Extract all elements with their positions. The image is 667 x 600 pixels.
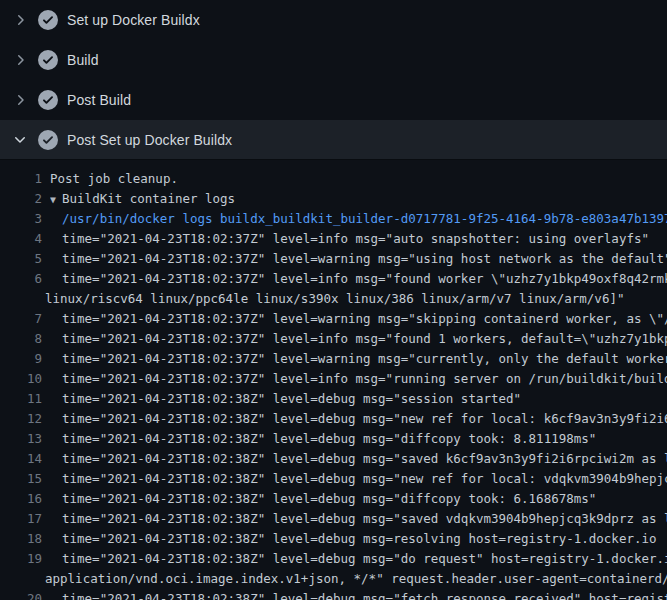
- log-text: time="2021-04-23T18:02:37Z" level=info m…: [62, 269, 667, 289]
- check-circle-icon: [38, 50, 58, 70]
- log-line: 2▼BuildKit container logs: [0, 189, 667, 209]
- log-text: Post job cleanup.: [50, 169, 178, 189]
- step-list: Set up Docker BuildxBuildPost BuildPost …: [0, 0, 667, 160]
- log-line: 4time="2021-04-23T18:02:37Z" level=info …: [0, 229, 667, 249]
- line-number[interactable]: 19: [0, 549, 42, 569]
- step-row[interactable]: Build: [0, 40, 667, 80]
- check-circle-icon: [38, 130, 58, 150]
- line-number[interactable]: 10: [0, 369, 42, 389]
- step-label: Set up Docker Buildx: [67, 12, 200, 28]
- line-number: [0, 569, 42, 589]
- log-text: time="2021-04-23T18:02:37Z" level=info m…: [62, 229, 649, 249]
- log-text: time="2021-04-23T18:02:38Z" level=debug …: [62, 449, 667, 469]
- log-text: time="2021-04-23T18:02:38Z" level=debug …: [62, 389, 521, 409]
- log-line: 10time="2021-04-23T18:02:37Z" level=info…: [0, 369, 667, 389]
- log-line: 16time="2021-04-23T18:02:38Z" level=debu…: [0, 489, 667, 509]
- log-line: application/vnd.oci.image.index.v1+json,…: [0, 569, 667, 589]
- log-line: 18time="2021-04-23T18:02:38Z" level=debu…: [0, 529, 667, 549]
- log-text: time="2021-04-23T18:02:38Z" level=debug …: [62, 549, 667, 569]
- log-text: time="2021-04-23T18:02:37Z" level=info m…: [62, 369, 667, 389]
- log-line: 9time="2021-04-23T18:02:37Z" level=warni…: [0, 349, 667, 369]
- log-line: 11time="2021-04-23T18:02:38Z" level=debu…: [0, 389, 667, 409]
- line-number[interactable]: 1: [0, 169, 42, 189]
- log-group-title: BuildKit container logs: [62, 191, 235, 206]
- chevron-down-icon: [12, 132, 28, 148]
- line-number[interactable]: 5: [0, 249, 42, 269]
- chevron-right-icon: [12, 12, 28, 28]
- command-text: /usr/bin/docker logs buildx_buildkit_bui…: [62, 209, 667, 229]
- log-line: 6time="2021-04-23T18:02:37Z" level=info …: [0, 269, 667, 289]
- line-number[interactable]: 12: [0, 409, 42, 429]
- log-text: time="2021-04-23T18:02:38Z" level=debug …: [62, 489, 596, 509]
- step-label: Post Set up Docker Buildx: [67, 132, 232, 148]
- log-text: time="2021-04-23T18:02:38Z" level=debug …: [62, 509, 667, 529]
- step-row[interactable]: Set up Docker Buildx: [0, 0, 667, 40]
- line-number[interactable]: 11: [0, 389, 42, 409]
- line-number[interactable]: 8: [0, 329, 42, 349]
- workflow-log-viewer: Set up Docker BuildxBuildPost BuildPost …: [0, 0, 667, 600]
- log-line: 17time="2021-04-23T18:02:38Z" level=debu…: [0, 509, 667, 529]
- log-area: 1Post job cleanup.2▼BuildKit container l…: [0, 160, 667, 600]
- line-number[interactable]: 17: [0, 509, 42, 529]
- line-number[interactable]: 18: [0, 529, 42, 549]
- check-circle-icon: [38, 90, 58, 110]
- log-line: 7time="2021-04-23T18:02:37Z" level=warni…: [0, 309, 667, 329]
- line-number: [0, 289, 42, 309]
- log-text: time="2021-04-23T18:02:37Z" level=warnin…: [62, 249, 667, 269]
- log-text: time="2021-04-23T18:02:38Z" level=debug …: [62, 469, 667, 489]
- chevron-right-icon: [12, 92, 28, 108]
- log-text: time="2021-04-23T18:02:37Z" level=warnin…: [62, 309, 667, 329]
- line-number[interactable]: 6: [0, 269, 42, 289]
- line-number[interactable]: 3: [0, 209, 42, 229]
- log-line: 8time="2021-04-23T18:02:37Z" level=info …: [0, 329, 667, 349]
- log-text: time="2021-04-23T18:02:38Z" level=debug …: [62, 429, 596, 449]
- line-number[interactable]: 16: [0, 489, 42, 509]
- log-text: time="2021-04-23T18:02:38Z" level=debug …: [62, 409, 667, 429]
- log-text: time="2021-04-23T18:02:38Z" level=debug …: [62, 589, 667, 600]
- chevron-right-icon: [12, 52, 28, 68]
- line-number[interactable]: 15: [0, 469, 42, 489]
- log-line: linux/riscv64 linux/ppc64le linux/s390x …: [0, 289, 667, 309]
- log-line: 13time="2021-04-23T18:02:38Z" level=debu…: [0, 429, 667, 449]
- step-row[interactable]: Post Build: [0, 80, 667, 120]
- log-line: 5time="2021-04-23T18:02:37Z" level=warni…: [0, 249, 667, 269]
- line-number[interactable]: 20: [0, 589, 42, 600]
- step-row[interactable]: Post Set up Docker Buildx: [0, 120, 667, 160]
- line-number[interactable]: 7: [0, 309, 42, 329]
- log-line: 15time="2021-04-23T18:02:38Z" level=debu…: [0, 469, 667, 489]
- log-text: linux/riscv64 linux/ppc64le linux/s390x …: [45, 289, 624, 309]
- log-text: time="2021-04-23T18:02:38Z" level=debug …: [62, 529, 657, 549]
- log-line: 1Post job cleanup.: [0, 169, 667, 189]
- log-text: time="2021-04-23T18:02:37Z" level=warnin…: [62, 349, 667, 369]
- step-label: Post Build: [67, 92, 131, 108]
- log-line: 3/usr/bin/docker logs buildx_buildkit_bu…: [0, 209, 667, 229]
- line-number[interactable]: 13: [0, 429, 42, 449]
- line-number[interactable]: 4: [0, 229, 42, 249]
- log-text[interactable]: ▼BuildKit container logs: [50, 189, 235, 209]
- log-line: 14time="2021-04-23T18:02:38Z" level=debu…: [0, 449, 667, 469]
- log-line: 12time="2021-04-23T18:02:38Z" level=debu…: [0, 409, 667, 429]
- log-text: time="2021-04-23T18:02:37Z" level=info m…: [62, 329, 667, 349]
- line-number[interactable]: 2: [0, 189, 42, 209]
- line-number[interactable]: 9: [0, 349, 42, 369]
- step-label: Build: [67, 52, 99, 68]
- log-group-toggle-icon[interactable]: ▼: [50, 194, 56, 205]
- log-line: 19time="2021-04-23T18:02:38Z" level=debu…: [0, 549, 667, 569]
- log-line: 20time="2021-04-23T18:02:38Z" level=debu…: [0, 589, 667, 600]
- line-number[interactable]: 14: [0, 449, 42, 469]
- log-text: application/vnd.oci.image.index.v1+json,…: [45, 569, 667, 589]
- check-circle-icon: [38, 10, 58, 30]
